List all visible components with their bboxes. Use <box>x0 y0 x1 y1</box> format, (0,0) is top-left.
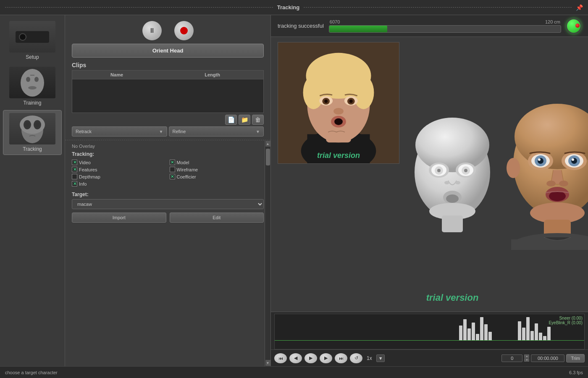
bar-7 <box>484 324 488 340</box>
refine-label: Refine <box>173 129 186 134</box>
tracking-alien-svg <box>13 113 51 144</box>
orient-head-button[interactable]: Orient Head <box>72 44 264 58</box>
bar-r7 <box>543 336 546 340</box>
middle-panel: ⏸ Orient Head Clips Name Length <box>65 15 271 366</box>
time-up-arrow[interactable]: ▲ <box>524 354 529 358</box>
top-bar: Tracking 📌 <box>0 0 588 15</box>
bar-r8 <box>547 327 551 340</box>
record-button[interactable] <box>174 21 194 40</box>
loop-button[interactable]: ↺ <box>350 353 362 363</box>
svg-point-24 <box>349 100 353 103</box>
import-button[interactable]: Import <box>72 213 166 223</box>
play-button[interactable]: ▶ <box>304 353 317 363</box>
svg-point-46 <box>507 158 520 178</box>
status-light-dot <box>575 24 580 28</box>
svg-point-18 <box>353 76 374 109</box>
svg-point-37 <box>464 169 467 172</box>
pin-icon[interactable]: 📌 <box>576 4 583 11</box>
checkbox-info[interactable]: Info <box>72 181 166 186</box>
checkbox-model[interactable]: Model <box>170 160 264 165</box>
sidebar-item-training[interactable]: Training <box>3 64 62 108</box>
checkbox-depthmap-control[interactable] <box>72 174 77 179</box>
next-frame-button[interactable]: ▶ <box>320 353 332 363</box>
svg-point-39 <box>455 181 460 184</box>
time-field-frame[interactable] <box>501 354 522 362</box>
time-field-display[interactable] <box>531 354 564 362</box>
target-select[interactable]: macaw <box>72 199 264 209</box>
tracking-section-title: Tracking: <box>72 151 264 157</box>
sidebar-item-tracking[interactable]: Tracking <box>3 110 62 155</box>
timeline-baseline <box>275 340 584 341</box>
svg-point-0 <box>21 69 44 97</box>
clips-delete-button[interactable]: 🗑 <box>252 115 264 125</box>
white-head-view: trial version <box>406 41 499 307</box>
trim-button[interactable]: Trim <box>566 354 585 362</box>
options-title-bar: No Overlay <box>72 144 264 149</box>
checkbox-model-label: Model <box>177 160 189 165</box>
scroll-thumb[interactable] <box>266 149 270 165</box>
svg-point-2 <box>34 77 39 82</box>
bar-chart-left <box>459 315 492 340</box>
rewind-button[interactable]: ⏮ <box>274 353 287 363</box>
scroll-up-arrow[interactable]: ▲ <box>265 141 270 147</box>
fps-display: 6.3 fps <box>569 370 583 375</box>
checkbox-video-control[interactable] <box>72 160 77 165</box>
refine-button[interactable]: Refine ▼ <box>169 126 264 136</box>
bar-r5 <box>535 323 538 340</box>
bar-r2 <box>522 328 525 340</box>
pause-icon: ⏸ <box>149 27 155 34</box>
checkbox-model-control[interactable] <box>170 160 175 165</box>
retrack-button[interactable]: Retrack ▼ <box>72 126 167 136</box>
clips-new-button[interactable]: 📄 <box>225 115 237 125</box>
sidebar-item-setup[interactable]: Setup <box>3 18 62 63</box>
checkbox-features[interactable]: Features <box>72 167 166 172</box>
target-buttons: Import Edit <box>72 213 264 223</box>
checkbox-depthmap[interactable]: Depthmap <box>72 174 166 179</box>
training-face-icon <box>9 67 55 98</box>
legend-sneer: Sneer (0.00) <box>549 316 583 320</box>
checkbox-wireframe[interactable]: Wireframe <box>170 167 264 172</box>
svg-point-38 <box>444 181 449 184</box>
clips-table: Name Length <box>72 70 264 113</box>
models-area: trial version <box>406 37 588 312</box>
checkbox-coefficients-control[interactable] <box>170 174 175 179</box>
clips-col-name: Name <box>72 71 162 79</box>
svg-point-17 <box>303 76 324 109</box>
svg-point-27 <box>334 118 343 125</box>
edit-button[interactable]: Edit <box>170 213 264 223</box>
record-dot-icon <box>180 27 188 34</box>
pause-button[interactable]: ⏸ <box>142 21 162 40</box>
realistic-head-svg <box>499 99 588 250</box>
scrollbar[interactable]: ▲ ▼ <box>265 140 270 366</box>
content-area: trial version <box>271 37 588 312</box>
top-bar-separator-right <box>304 7 572 8</box>
retrack-arrow-icon: ▼ <box>159 129 163 134</box>
training-thumbnail <box>9 67 55 98</box>
checkbox-wireframe-control[interactable] <box>170 167 175 172</box>
bar-8 <box>488 332 492 340</box>
checkbox-features-control[interactable] <box>72 167 77 172</box>
target-select-wrap: macaw <box>72 199 264 209</box>
bottom-area: Sneer (0.00) EyeBlink_R (0.00) ⏮ ◀ ▶ ▶ ⏭… <box>271 312 588 366</box>
clips-folder-button[interactable]: 📁 <box>239 115 250 125</box>
prev-frame-button[interactable]: ◀ <box>289 353 302 363</box>
svg-point-58 <box>546 181 556 186</box>
status-text: choose a target character <box>5 370 58 375</box>
svg-rect-65 <box>511 239 588 250</box>
retrack-label: Retrack <box>76 129 92 134</box>
bar-6 <box>480 317 483 340</box>
fast-forward-button[interactable]: ⏭ <box>335 353 347 363</box>
speed-dropdown[interactable]: ▼ <box>376 354 385 362</box>
time-down-arrow[interactable]: ▼ <box>524 358 529 362</box>
timeline-legend: Sneer (0.00) EyeBlink_R (0.00) <box>549 316 583 325</box>
tracking-thumbnail <box>9 113 55 144</box>
checkbox-info-control[interactable] <box>72 181 77 186</box>
checkbox-video[interactable]: Video <box>72 160 166 165</box>
scroll-down-arrow[interactable]: ▼ <box>265 360 270 366</box>
svg-point-23 <box>324 100 328 103</box>
scale-spacer <box>340 19 545 24</box>
speed-label: 1x <box>367 355 372 361</box>
checkbox-coefficients[interactable]: Coefficier <box>170 174 264 179</box>
svg-point-9 <box>25 122 29 127</box>
no-overlay-label: No Overlay <box>72 144 95 149</box>
